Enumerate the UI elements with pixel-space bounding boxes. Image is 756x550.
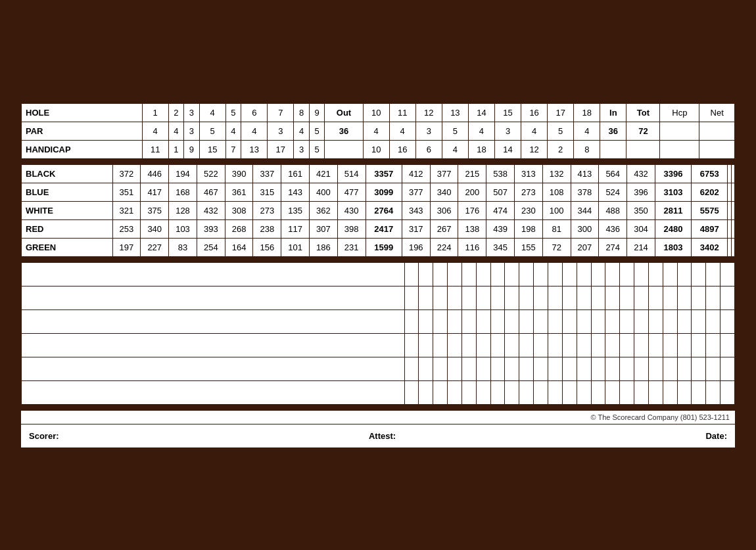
- score-cell-15[interactable]: [605, 357, 620, 380]
- score-cell-13[interactable]: [577, 333, 591, 357]
- score-cell-22[interactable]: [706, 309, 721, 333]
- score-cell-2[interactable]: [419, 357, 433, 380]
- score-label-cell[interactable]: [22, 333, 405, 357]
- score-cell-6[interactable]: [476, 333, 490, 357]
- score-cell-20[interactable]: [677, 262, 692, 286]
- score-cell-14[interactable]: [591, 309, 605, 333]
- score-cell-16[interactable]: [620, 380, 634, 404]
- score-cell-11[interactable]: [548, 333, 562, 357]
- score-cell-15[interactable]: [605, 380, 620, 404]
- score-cell-6[interactable]: [476, 309, 490, 333]
- score-cell-8[interactable]: [505, 333, 519, 357]
- score-cell-15[interactable]: [605, 262, 620, 286]
- score-cell-1[interactable]: [404, 357, 419, 380]
- score-cell-2[interactable]: [419, 380, 433, 404]
- score-cell-18[interactable]: [648, 262, 663, 286]
- score-cell-4[interactable]: [448, 333, 462, 357]
- score-cell-8[interactable]: [505, 286, 519, 309]
- score-cell-19[interactable]: [663, 309, 677, 333]
- score-cell-13[interactable]: [577, 380, 591, 404]
- score-cell-14[interactable]: [591, 286, 605, 309]
- score-cell-18[interactable]: [648, 357, 663, 380]
- score-cell-16[interactable]: [620, 262, 634, 286]
- score-cell-10[interactable]: [534, 333, 548, 357]
- score-cell-11[interactable]: [548, 357, 562, 380]
- score-cell-17[interactable]: [634, 309, 649, 333]
- score-cell-14[interactable]: [591, 333, 605, 357]
- score-cell-23[interactable]: [721, 309, 735, 333]
- score-cell-15[interactable]: [605, 309, 620, 333]
- score-cell-21[interactable]: [692, 357, 706, 380]
- score-cell-7[interactable]: [490, 286, 505, 309]
- score-cell-7[interactable]: [490, 380, 505, 404]
- score-cell-10[interactable]: [534, 380, 548, 404]
- score-cell-7[interactable]: [490, 357, 505, 380]
- score-cell-12[interactable]: [562, 286, 577, 309]
- score-cell-8[interactable]: [505, 309, 519, 333]
- score-cell-2[interactable]: [419, 262, 433, 286]
- score-cell-15[interactable]: [605, 286, 620, 309]
- score-cell-21[interactable]: [692, 286, 706, 309]
- score-cell-23[interactable]: [721, 357, 735, 380]
- score-cell-21[interactable]: [692, 380, 706, 404]
- score-cell-1[interactable]: [404, 380, 419, 404]
- score-cell-14[interactable]: [591, 380, 605, 404]
- score-cell-6[interactable]: [476, 286, 490, 309]
- score-cell-20[interactable]: [677, 380, 692, 404]
- score-cell-5[interactable]: [461, 333, 476, 357]
- score-cell-3[interactable]: [433, 357, 448, 380]
- score-cell-3[interactable]: [433, 380, 448, 404]
- score-cell-16[interactable]: [620, 309, 634, 333]
- score-cell-13[interactable]: [577, 309, 591, 333]
- score-cell-12[interactable]: [562, 333, 577, 357]
- score-cell-3[interactable]: [433, 286, 448, 309]
- score-cell-12[interactable]: [562, 357, 577, 380]
- score-cell-22[interactable]: [706, 380, 721, 404]
- score-cell-18[interactable]: [648, 309, 663, 333]
- score-cell-17[interactable]: [634, 357, 649, 380]
- score-label-cell[interactable]: [22, 286, 405, 309]
- score-cell-10[interactable]: [534, 357, 548, 380]
- score-cell-12[interactable]: [562, 380, 577, 404]
- score-cell-20[interactable]: [677, 333, 692, 357]
- score-cell-13[interactable]: [577, 262, 591, 286]
- score-cell-7[interactable]: [490, 309, 505, 333]
- score-cell-10[interactable]: [534, 286, 548, 309]
- score-cell-3[interactable]: [433, 262, 448, 286]
- score-cell-20[interactable]: [677, 357, 692, 380]
- score-cell-22[interactable]: [706, 262, 721, 286]
- score-cell-18[interactable]: [648, 380, 663, 404]
- score-cell-12[interactable]: [562, 262, 577, 286]
- score-cell-8[interactable]: [505, 262, 519, 286]
- score-cell-7[interactable]: [490, 262, 505, 286]
- score-cell-14[interactable]: [591, 357, 605, 380]
- score-cell-9[interactable]: [519, 309, 534, 333]
- score-cell-22[interactable]: [706, 333, 721, 357]
- score-cell-9[interactable]: [519, 262, 534, 286]
- score-cell-23[interactable]: [721, 262, 735, 286]
- score-cell-10[interactable]: [534, 262, 548, 286]
- score-cell-2[interactable]: [419, 333, 433, 357]
- score-cell-20[interactable]: [677, 286, 692, 309]
- score-cell-16[interactable]: [620, 333, 634, 357]
- score-cell-7[interactable]: [490, 333, 505, 357]
- score-cell-8[interactable]: [505, 357, 519, 380]
- score-cell-9[interactable]: [519, 380, 534, 404]
- score-cell-5[interactable]: [461, 286, 476, 309]
- score-cell-9[interactable]: [519, 286, 534, 309]
- score-cell-3[interactable]: [433, 309, 448, 333]
- score-cell-17[interactable]: [634, 262, 649, 286]
- score-cell-16[interactable]: [620, 357, 634, 380]
- score-label-cell[interactable]: [22, 357, 405, 380]
- score-cell-4[interactable]: [448, 357, 462, 380]
- score-cell-23[interactable]: [721, 333, 735, 357]
- score-cell-22[interactable]: [706, 286, 721, 309]
- score-cell-1[interactable]: [404, 262, 419, 286]
- score-cell-19[interactable]: [663, 286, 677, 309]
- score-label-cell[interactable]: [22, 262, 405, 286]
- score-cell-22[interactable]: [706, 357, 721, 380]
- score-cell-4[interactable]: [448, 262, 462, 286]
- score-cell-1[interactable]: [404, 309, 419, 333]
- score-cell-9[interactable]: [519, 357, 534, 380]
- score-cell-21[interactable]: [692, 333, 706, 357]
